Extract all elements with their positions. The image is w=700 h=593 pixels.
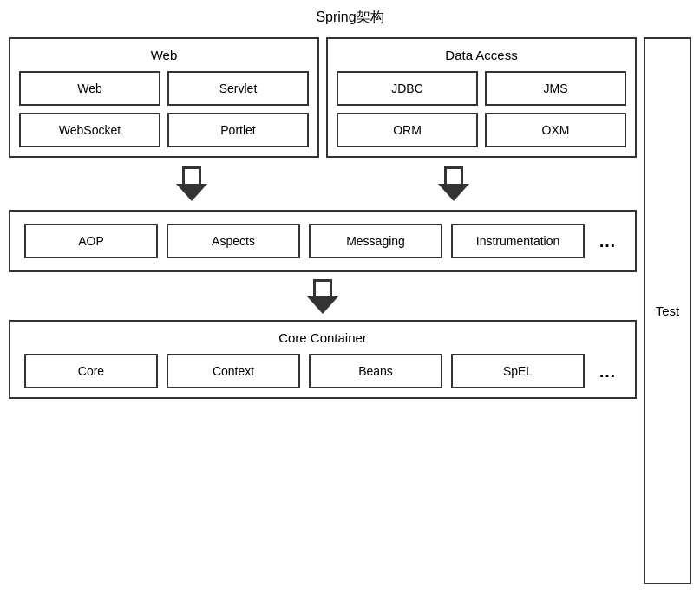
arrow-head-3 <box>307 296 338 314</box>
middle-item-aop: AOP <box>24 224 158 258</box>
arrow-shaft-3 <box>313 279 332 296</box>
middle-dots: … <box>593 231 621 251</box>
da-item-jms: JMS <box>485 71 626 106</box>
data-access-title: Data Access <box>445 48 517 62</box>
middle-item-instrumentation: Instrumentation <box>451 224 585 258</box>
arrow-shaft-1 <box>182 166 201 184</box>
da-item-orm: ORM <box>337 113 478 147</box>
test-sidebar: Test <box>644 37 691 584</box>
da-item-oxm: OXM <box>485 113 626 147</box>
middle-item-messaging: Messaging <box>309 224 442 258</box>
page-title: Spring架构 <box>316 9 383 27</box>
arrow-row-middle <box>9 272 637 320</box>
arrow-down-middle <box>307 279 338 314</box>
top-row: Web Web Servlet WebSocket Portlet Data A… <box>9 37 637 158</box>
left-section: Web Web Servlet WebSocket Portlet Data A… <box>9 37 637 584</box>
core-container-items: Core Context Beans SpEL … <box>24 354 621 388</box>
web-item-web: Web <box>19 71 160 106</box>
core-dots: … <box>593 362 621 381</box>
arrow-head-2 <box>438 184 469 201</box>
web-item-websocket: WebSocket <box>19 113 160 147</box>
web-grid: Web Servlet WebSocket Portlet <box>19 71 309 147</box>
arrow-shaft-2 <box>444 166 463 184</box>
data-access-grid: JDBC JMS ORM OXM <box>337 71 626 147</box>
web-item-portlet: Portlet <box>167 113 309 147</box>
core-container-section: Core Container Core Context Beans SpEL … <box>9 320 637 399</box>
arrow-down-da <box>438 166 469 201</box>
main-layout: Web Web Servlet WebSocket Portlet Data A… <box>9 37 691 584</box>
core-item-context: Context <box>167 354 300 388</box>
arrows-row-top <box>9 158 637 210</box>
middle-row: AOP Aspects Messaging Instrumentation … <box>9 210 637 272</box>
da-item-jdbc: JDBC <box>337 71 478 106</box>
web-section: Web Web Servlet WebSocket Portlet <box>9 37 319 158</box>
arrow-head-1 <box>176 184 207 201</box>
core-item-beans: Beans <box>309 354 442 388</box>
core-container-title: Core Container <box>278 330 367 345</box>
core-item-core: Core <box>24 354 158 388</box>
core-item-spel: SpEL <box>451 354 585 388</box>
web-item-servlet: Servlet <box>167 71 309 106</box>
web-section-title: Web <box>151 48 178 62</box>
data-access-section: Data Access JDBC JMS ORM OXM <box>326 37 637 158</box>
arrow-down-web <box>176 166 207 201</box>
middle-item-aspects: Aspects <box>167 224 300 258</box>
